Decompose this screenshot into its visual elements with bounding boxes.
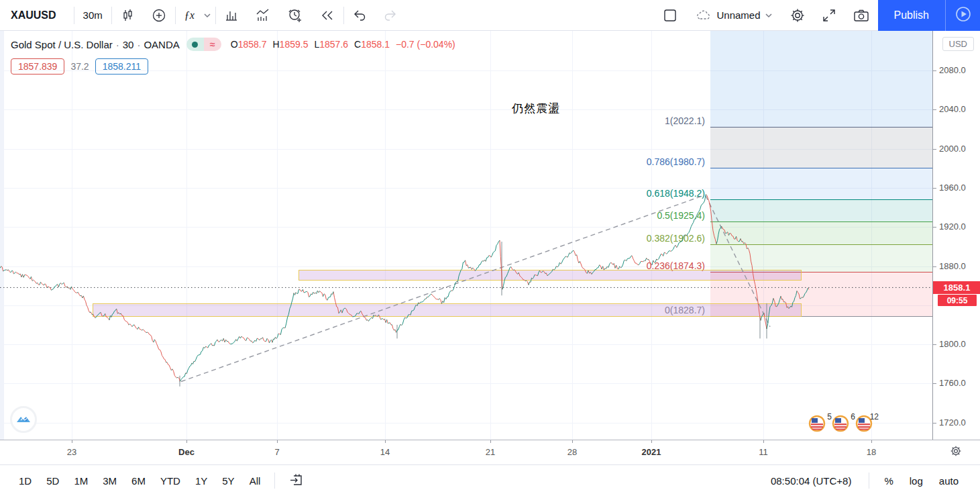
spread-value: 37.2 <box>70 61 89 72</box>
alert-button[interactable] <box>279 0 311 30</box>
range-3m-button[interactable]: 3M <box>96 471 123 491</box>
publish-button[interactable]: Publish <box>878 0 945 31</box>
fullscreen-arrows-icon <box>822 9 836 22</box>
dashed-trendline <box>181 196 703 382</box>
range-5y-button[interactable]: 5Y <box>215 471 241 491</box>
rewind-icon <box>320 9 335 21</box>
chart-text-annotation[interactable]: 仍然震盪 <box>512 101 560 116</box>
axis-tick-mark <box>385 440 386 443</box>
axis-tick-mark <box>933 149 936 150</box>
mountain-logo-icon <box>15 411 32 428</box>
range-1m-button[interactable]: 1M <box>67 471 95 491</box>
chart-legend: Gold Spot / U.S. Dollar · 30 · OANDA ≈ O… <box>11 36 455 75</box>
time-axis[interactable]: 23Dec714212820211118 <box>0 440 980 464</box>
chart-pane[interactable]: 1(2022.1)0.786(1980.7)0.618(1948.2)0.5(1… <box>0 31 932 440</box>
replay-button[interactable] <box>311 0 343 30</box>
gear-icon <box>790 8 805 23</box>
axis-tick-mark <box>933 423 936 424</box>
bid-price-box[interactable]: 1857.839 <box>11 58 64 75</box>
candles-up-path <box>0 195 808 382</box>
indicators-button[interactable]: ƒx <box>176 0 203 30</box>
axis-tick-mark <box>871 440 872 443</box>
legend-row-main: Gold Spot / U.S. Dollar · 30 · OANDA ≈ O… <box>11 36 455 52</box>
auto-scale-button[interactable]: auto <box>931 471 967 491</box>
forecast-zigzag-icon <box>256 9 270 22</box>
last-price-badge: 1858.1 <box>933 281 980 294</box>
cloud-icon <box>695 9 712 21</box>
plus-circle-icon <box>152 8 166 23</box>
economic-event-flag[interactable]: 12 <box>855 413 877 436</box>
time-tick-label: Dec <box>178 447 195 457</box>
chart-style-button[interactable] <box>112 0 143 30</box>
status-pill[interactable]: ≈ <box>186 38 221 51</box>
indicator-templates-button[interactable] <box>247 0 279 30</box>
currency-badge[interactable]: USD <box>942 37 974 51</box>
range-5d-button[interactable]: 5D <box>40 471 66 491</box>
percent-scale-button[interactable]: % <box>876 471 901 491</box>
price-tick-label: 1720.0 <box>939 417 966 428</box>
time-tick-label: 23 <box>67 447 76 457</box>
undo-button[interactable] <box>344 0 375 30</box>
us-flag-icon <box>831 413 851 433</box>
candles-down-path <box>1 195 809 382</box>
price-tick-label: 2080.0 <box>939 65 966 75</box>
range-ytd-button[interactable]: YTD <box>154 471 187 491</box>
time-tick-label: 21 <box>486 447 495 457</box>
ask-price-box[interactable]: 1858.211 <box>95 58 148 75</box>
calendar-arrow-icon <box>289 477 304 489</box>
compare-button[interactable] <box>143 0 175 30</box>
bar-countdown-badge: 09:55 <box>938 295 977 306</box>
fundamentals-button[interactable] <box>216 0 247 30</box>
price-tick-label: 1960.0 <box>939 183 966 193</box>
legend-row-quotes: 1857.839 37.2 1858.211 <box>11 58 455 75</box>
price-axis[interactable]: USD 1858.1 09:55 2080.02040.02000.01960.… <box>932 31 980 440</box>
price-tick-label: 1800.0 <box>939 339 966 349</box>
event-count-badge: 12 <box>870 412 879 421</box>
interval-button[interactable]: 30m <box>74 0 111 30</box>
economic-event-flag[interactable]: 6 <box>831 413 854 436</box>
axis-settings-button[interactable] <box>950 445 962 460</box>
price-tick-label: 1920.0 <box>939 221 966 232</box>
price-plot <box>0 31 932 440</box>
bottombar-separator <box>869 473 869 489</box>
range-all-button[interactable]: All <box>243 471 268 491</box>
axis-tick-mark <box>933 383 936 384</box>
bar-chart-icon <box>225 9 238 22</box>
axis-tick-mark <box>763 440 764 443</box>
ohlc-values: O1858.7 H1859.5 L1857.6 C1858.1 −0.7 (−0… <box>231 39 455 50</box>
legend-exchange[interactable]: OANDA <box>144 39 179 50</box>
price-tick-label: 1760.0 <box>939 378 966 388</box>
market-status-icon <box>186 38 204 51</box>
axis-tick-mark <box>490 440 491 443</box>
fullscreen-button[interactable] <box>814 0 845 30</box>
range-6m-button[interactable]: 6M <box>125 471 152 491</box>
bottombar-right-group: 08:50:04 (UTC+8) % log auto <box>760 471 980 491</box>
axis-tick-mark <box>933 109 936 110</box>
cloud-layout-button[interactable]: Unnamed <box>686 0 781 30</box>
log-scale-button[interactable]: log <box>902 471 931 491</box>
tradingview-app: XAUUSD 30m ƒx <box>0 0 980 496</box>
indicators-dropdown-button[interactable] <box>203 0 215 30</box>
price-tick-label: 2000.0 <box>939 144 966 154</box>
layout-button[interactable] <box>654 0 686 30</box>
settings-button[interactable] <box>781 0 814 30</box>
range-1d-button[interactable]: 1D <box>12 471 38 491</box>
snapshot-button[interactable] <box>845 0 878 30</box>
symbol-title[interactable]: Gold Spot / U.S. Dollar <box>11 39 113 50</box>
tradingview-logo[interactable] <box>10 406 37 433</box>
go-to-date-button[interactable] <box>282 469 311 493</box>
session-clock[interactable]: 08:50:04 (UTC+8) <box>760 475 862 487</box>
economic-event-flag[interactable]: 5 <box>808 413 830 436</box>
publish-play-button[interactable] <box>945 0 980 31</box>
symbol-button[interactable]: XAUUSD <box>0 0 74 30</box>
layout-square-icon <box>663 8 677 23</box>
range-1y-button[interactable]: 1Y <box>188 471 214 491</box>
top-toolbar: XAUUSD 30m ƒx <box>0 0 980 31</box>
axis-tick-mark <box>186 440 187 443</box>
price-tick-label: 1880.0 <box>939 261 966 271</box>
redo-button[interactable] <box>375 0 406 30</box>
legend-interval[interactable]: 30 <box>123 39 134 50</box>
axis-tick-mark <box>572 440 573 443</box>
economic-events-group: 5 6 12 <box>808 413 878 436</box>
axis-tick-mark <box>933 266 936 267</box>
